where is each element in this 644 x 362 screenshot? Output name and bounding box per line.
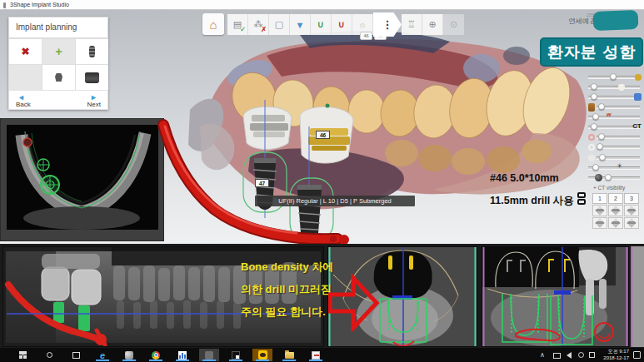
back-button[interactable]: Back — [16, 101, 31, 108]
slider-crown[interactable] — [588, 103, 642, 112]
volume-box-icon: ▢ — [275, 19, 283, 30]
volume-icon[interactable] — [567, 352, 572, 359]
chrome-button[interactable] — [146, 349, 166, 361]
task-view-icon — [72, 352, 80, 359]
slider-model[interactable] — [588, 154, 642, 162]
view-cube-button[interactable] — [624, 205, 639, 216]
home-icon: ⌂ — [209, 17, 217, 32]
home-button[interactable]: ⌂ — [202, 13, 224, 35]
ie-button[interactable]: e — [92, 349, 112, 361]
next-button[interactable]: Next — [87, 101, 101, 108]
slider-scan-blue[interactable] — [588, 93, 642, 102]
design-app-icon — [125, 351, 133, 360]
folder-icon — [285, 352, 294, 359]
network-icon[interactable] — [553, 353, 561, 359]
slider-teeth-lower[interactable] — [588, 83, 642, 92]
delete-implant-button[interactable]: ✖ — [9, 39, 42, 64]
implant-studio-window: 3Shape Implant Studio — [0, 0, 644, 362]
crown-design-icon: ● — [360, 20, 366, 30]
red-arrow-annotation — [328, 273, 380, 331]
kakaotalk-icon — [258, 350, 267, 360]
step-volume[interactable]: ▢ — [269, 14, 290, 35]
tray-chevron-icon[interactable]: ∧ — [540, 351, 545, 359]
tooth-46-button[interactable]: 46 — [360, 32, 372, 40]
ct-visibility-section[interactable]: + CT visibility — [593, 185, 625, 191]
ct-view-2-button[interactable]: 2 — [608, 193, 623, 204]
chart-app-button[interactable] — [172, 349, 192, 361]
notepad-icon — [232, 351, 240, 360]
design-app-button[interactable] — [119, 349, 139, 361]
search-icon — [47, 352, 52, 358]
view-cube-button[interactable] — [592, 217, 607, 229]
internet-explorer-icon: e — [100, 350, 105, 360]
annotation-line-3: 주의 필요 합니다. — [241, 300, 333, 323]
office-app-icon — [312, 351, 320, 360]
cube-icon — [627, 206, 636, 215]
slider-ct[interactable]: CT — [588, 123, 642, 131]
panel-title: Implant planning — [8, 17, 108, 38]
title-bar[interactable]: 3Shape Implant Studio — [0, 0, 644, 10]
implant-button[interactable] — [76, 39, 108, 64]
cross-section-view-2[interactable] — [482, 246, 629, 347]
slider-nerve[interactable]: w — [588, 113, 642, 121]
abutment-button[interactable] — [42, 65, 75, 90]
ct-view-buttons: 1 2 3 — [592, 193, 639, 204]
model-blob-icon — [588, 155, 595, 161]
cross-section-view-3-partial[interactable] — [631, 246, 644, 347]
cube-icon — [611, 218, 620, 227]
tray-app-icon[interactable] — [578, 352, 584, 358]
view-cube-button[interactable] — [592, 205, 607, 216]
slider-gum[interactable] — [588, 133, 642, 141]
cube-icon — [611, 206, 620, 215]
slider-teeth-upper[interactable] — [588, 73, 642, 82]
file-explorer-button[interactable] — [279, 349, 299, 361]
add-implant-button[interactable]: + — [42, 39, 75, 64]
disabled-step-icon: ⊙ — [450, 19, 457, 30]
crown-icon — [85, 72, 99, 83]
taskbar-clock[interactable]: 오전 9:17 2018-12-17 — [603, 349, 629, 361]
slider-sphere[interactable] — [588, 174, 642, 182]
step-scan[interactable]: ⁂✗ — [248, 14, 269, 35]
notification-center-icon[interactable] — [633, 351, 641, 359]
lower-arch-icon: ∪ — [317, 19, 324, 30]
ct-view-3-button[interactable]: 3 — [624, 193, 639, 204]
search-button[interactable] — [39, 349, 59, 361]
view-cube-button[interactable] — [608, 205, 623, 216]
window-title: 3Shape Implant Studio — [10, 0, 69, 10]
implant-step-icon: ⋮ — [382, 18, 393, 31]
step-implant-planning[interactable]: ⋮ — [373, 12, 402, 37]
crown-button[interactable] — [76, 65, 108, 90]
abutment-icon — [55, 73, 62, 82]
office-app-button[interactable] — [306, 349, 326, 361]
ct-view-1-button[interactable]: 1 — [592, 193, 607, 204]
chart-app-icon — [178, 351, 187, 360]
app-icon — [3, 2, 6, 8]
workflow-steps: ▤✓ ⁂✗ ▢ ▼ ∪ ∪ ● ⋮ ♖ ⊕ ⊙ — [227, 14, 464, 35]
step-tooth-align[interactable]: ▼ — [290, 14, 311, 35]
start-button[interactable] — [12, 349, 32, 361]
step-export[interactable]: ⊕ — [422, 14, 443, 35]
step-lower-arch[interactable]: ∪ — [311, 14, 332, 35]
tray-app2-icon[interactable] — [589, 352, 595, 358]
implant-spec-tooltip: UF(II) Regular | L 10 | D5 | P Submerged — [255, 196, 415, 206]
main-workspace: 46 47 UF(II) Regular | L 10 | D5 | P Sub… — [0, 10, 644, 244]
step-restoration[interactable]: ♖ — [402, 14, 422, 35]
implant-47-tag[interactable]: 47 — [255, 179, 269, 187]
notepad-app-button[interactable] — [226, 349, 246, 361]
windows-taskbar: e ∧ 오전 9:17 2018-1 — [0, 348, 644, 362]
slider-outline[interactable] — [588, 143, 642, 151]
step-upper-arch[interactable]: ∪ — [332, 14, 352, 35]
slider-brightness[interactable]: ☀ — [588, 164, 642, 172]
delete-icon: ✖ — [21, 46, 29, 57]
view-cube-button[interactable] — [608, 217, 623, 229]
implant-studio-taskbar-button[interactable] — [199, 349, 219, 361]
axial-ct-panel[interactable] — [0, 118, 164, 241]
cube-icon — [595, 206, 604, 215]
step-order-form[interactable]: ▤✓ — [227, 14, 248, 35]
annotation-line-2: 의한 drill 미끄러짐 — [241, 278, 333, 300]
task-view-button[interactable] — [66, 349, 86, 361]
view-cube-button[interactable] — [624, 217, 639, 229]
implant-46-tag[interactable]: 46 — [316, 131, 330, 139]
kakaotalk-button[interactable] — [252, 349, 272, 361]
export-globe-icon: ⊕ — [428, 19, 436, 30]
